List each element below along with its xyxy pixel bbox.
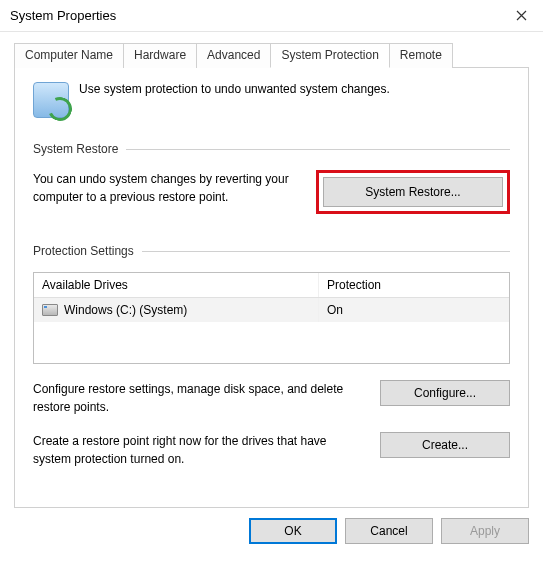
- highlight-annotation: System Restore...: [316, 170, 510, 214]
- tab-computer-name[interactable]: Computer Name: [14, 43, 124, 68]
- create-row: Create a restore point right now for the…: [33, 432, 510, 468]
- tab-panel-system-protection: Use system protection to undo unwanted s…: [14, 68, 529, 508]
- drives-table: Available Drives Protection Windows (C:)…: [33, 272, 510, 364]
- configure-description: Configure restore settings, manage disk …: [33, 380, 362, 416]
- window-title: System Properties: [10, 8, 116, 23]
- create-description: Create a restore point right now for the…: [33, 432, 362, 468]
- system-protection-icon: [33, 82, 69, 118]
- table-row[interactable]: Windows (C:) (System) On: [34, 298, 509, 322]
- tab-hardware[interactable]: Hardware: [123, 43, 197, 68]
- tab-remote[interactable]: Remote: [389, 43, 453, 68]
- configure-button[interactable]: Configure...: [380, 380, 510, 406]
- dialog-footer: OK Cancel Apply: [0, 508, 543, 558]
- drives-table-body: Windows (C:) (System) On: [34, 298, 509, 363]
- cancel-button[interactable]: Cancel: [345, 518, 433, 544]
- drive-icon: [42, 304, 58, 316]
- tab-strip: Computer Name Hardware Advanced System P…: [14, 42, 529, 68]
- protection-settings-heading-row: Protection Settings: [33, 244, 510, 258]
- column-header-drives[interactable]: Available Drives: [34, 273, 319, 297]
- titlebar: System Properties: [0, 0, 543, 32]
- tab-advanced[interactable]: Advanced: [196, 43, 271, 68]
- system-restore-heading: System Restore: [33, 142, 118, 156]
- intro-text: Use system protection to undo unwanted s…: [79, 82, 390, 96]
- divider-line: [142, 251, 510, 252]
- create-button[interactable]: Create...: [380, 432, 510, 458]
- content-area: Computer Name Hardware Advanced System P…: [0, 32, 543, 508]
- configure-row: Configure restore settings, manage disk …: [33, 380, 510, 416]
- column-header-protection[interactable]: Protection: [319, 273, 509, 297]
- protection-settings-heading: Protection Settings: [33, 244, 134, 258]
- divider-line: [126, 149, 510, 150]
- drives-table-header: Available Drives Protection: [34, 273, 509, 298]
- protection-cell: On: [319, 298, 509, 322]
- drive-name-label: Windows (C:) (System): [64, 303, 187, 317]
- system-restore-button[interactable]: System Restore...: [323, 177, 503, 207]
- close-button[interactable]: [499, 0, 543, 32]
- drive-cell: Windows (C:) (System): [34, 298, 319, 322]
- close-icon: [516, 10, 527, 21]
- system-restore-description: You can undo system changes by reverting…: [33, 170, 298, 206]
- ok-button[interactable]: OK: [249, 518, 337, 544]
- intro-row: Use system protection to undo unwanted s…: [33, 82, 510, 118]
- tab-system-protection[interactable]: System Protection: [270, 43, 389, 68]
- system-restore-row: You can undo system changes by reverting…: [33, 170, 510, 214]
- apply-button[interactable]: Apply: [441, 518, 529, 544]
- system-restore-heading-row: System Restore: [33, 142, 510, 156]
